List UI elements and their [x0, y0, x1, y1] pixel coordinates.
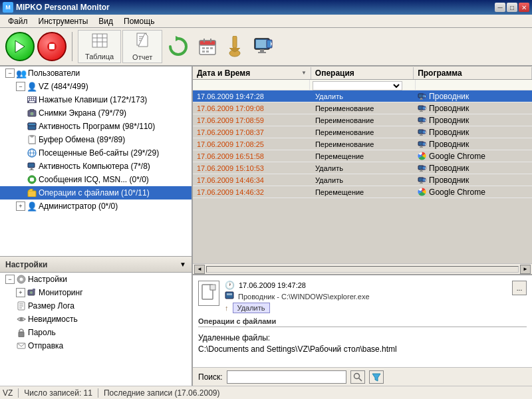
svg-rect-21	[202, 51, 205, 53]
settings-node-send[interactable]: Отправка	[0, 339, 192, 352]
svg-point-58	[20, 278, 23, 281]
maximize-button[interactable]: □	[507, 3, 517, 12]
detail-expand-button[interactable]: ...	[512, 281, 527, 295]
tree-node-fileops[interactable]: Операции с файлами (10*/11)	[0, 186, 192, 200]
table-row[interactable]: 17.06.2009 17:08:25ПереименованиеПроводн…	[193, 138, 532, 150]
tab-report[interactable]: Отчет	[122, 30, 162, 63]
settings-panel: Настройки ▼ − Настройки +	[0, 256, 192, 386]
tree-node-clipboard[interactable]: Буфер Обмена (89*/89)	[0, 133, 192, 146]
tab-table[interactable]: Таблица	[78, 30, 121, 63]
tree-node-users[interactable]: − 👥 Пользователи	[0, 66, 192, 80]
svg-rect-38	[32, 99, 33, 100]
svg-rect-33	[30, 97, 31, 98]
tree-node-programs[interactable]: Активность Программ (98*/110)	[0, 120, 192, 133]
password-label: Пароль	[28, 328, 56, 337]
close-button[interactable]: ✕	[519, 3, 529, 12]
monitor-button[interactable]	[250, 32, 277, 61]
svg-rect-85	[420, 134, 422, 135]
table-row[interactable]: 17.06.2009 17:08:37ПереименованиеПроводн…	[193, 126, 532, 138]
status-count: Число записей: 11	[24, 388, 92, 398]
settings-collapse-arrow[interactable]: ▼	[180, 261, 186, 268]
th-program[interactable]: Программа	[414, 67, 532, 79]
clipboard-label: Буфер Обмена (89*/89)	[39, 135, 125, 144]
tree-node-vz[interactable]: − 👤 VZ (484*/499)	[0, 80, 192, 93]
minimize-button[interactable]: ─	[495, 3, 505, 12]
settings-node-root[interactable]: − Настройки	[0, 273, 192, 286]
svg-rect-20	[210, 47, 213, 49]
svg-rect-112	[227, 293, 232, 295]
websites-label: Посещенные Веб-сайты (29*/29)	[39, 148, 159, 158]
expand-monitoring[interactable]: +	[16, 288, 25, 297]
svg-rect-34	[32, 97, 33, 98]
operation-filter[interactable]	[313, 81, 402, 90]
clean-button[interactable]	[222, 32, 249, 61]
logsize-icon	[16, 301, 27, 311]
table-row[interactable]: 17.06.2009 17:08:59ПереименованиеПроводн…	[193, 114, 532, 126]
svg-rect-56	[28, 191, 36, 197]
search-go-button[interactable]	[350, 370, 365, 384]
scroll-track-h[interactable]	[206, 266, 519, 273]
table-area: Дата и Время ▼ Операция Программа	[193, 66, 532, 274]
svg-point-42	[31, 112, 34, 116]
menu-view[interactable]: Вид	[93, 15, 118, 27]
search-input[interactable]	[227, 370, 346, 384]
explorer-icon	[418, 164, 427, 173]
settings-node-logsize[interactable]: Размер Лога	[0, 299, 192, 313]
svg-rect-90	[420, 146, 422, 147]
table-row[interactable]: 17.06.2009 19:47:28УдалитьПроводник	[193, 90, 532, 102]
settings-title: Настройки	[5, 260, 47, 269]
settings-node-password[interactable]: Пароль	[0, 326, 192, 339]
svg-line-114	[358, 378, 362, 381]
tree-node-screenshots[interactable]: Снимки Экрана (79*/79)	[0, 106, 192, 120]
svg-rect-75	[420, 110, 422, 111]
calendar-button[interactable]	[194, 32, 221, 61]
svg-point-113	[354, 373, 359, 378]
scroll-left-arrow[interactable]: ◄	[194, 265, 205, 274]
svg-rect-61	[33, 289, 35, 291]
th-operation[interactable]: Операция	[311, 67, 414, 79]
svg-point-66	[20, 318, 23, 321]
expand-admin[interactable]: +	[16, 201, 25, 211]
settings-header[interactable]: Настройки ▼	[0, 257, 192, 273]
tree-node-keyboard[interactable]: Нажатые Клавиши (172*/173)	[0, 93, 192, 106]
search-filter-button[interactable]	[369, 370, 384, 384]
detail-action-icon: ↑	[225, 304, 229, 312]
explorer-icon	[418, 104, 427, 113]
table-row[interactable]: 17.06.2009 14:46:32ПеремещениеGoogle Chr…	[193, 186, 532, 198]
expand-vz[interactable]: −	[16, 82, 25, 91]
refresh-button[interactable]	[164, 32, 193, 61]
expand-settings[interactable]: −	[5, 275, 15, 284]
menu-file[interactable]: Файл	[3, 15, 33, 27]
svg-rect-18	[202, 47, 205, 49]
table-row[interactable]: 17.06.2009 16:51:58ПеремещениеGoogle Chr…	[193, 150, 532, 162]
table-row[interactable]: 17.06.2009 14:46:34УдалитьПроводник	[193, 174, 532, 186]
menu-help[interactable]: Помощь	[118, 15, 160, 27]
icq-icon	[27, 174, 37, 185]
send-icon	[16, 340, 27, 351]
expand-users[interactable]: −	[5, 68, 15, 78]
settings-root-label: Настройки	[28, 275, 67, 284]
explorer-icon	[418, 140, 427, 149]
table-header: Дата и Время ▼ Операция Программа	[193, 66, 532, 80]
websites-icon	[27, 148, 37, 158]
keyboard-label: Нажатые Клавиши (172*/173)	[39, 95, 147, 104]
svg-rect-103	[420, 183, 423, 184]
menu-tools[interactable]: Инструменты	[33, 15, 94, 27]
tree-node-websites[interactable]: Посещенные Веб-сайты (29*/29)	[0, 146, 192, 160]
tree-node-computer[interactable]: Активность Компьютера (7*/8)	[0, 160, 192, 173]
horizontal-scrollbar[interactable]: ◄ ►	[193, 263, 532, 274]
stop-button[interactable]	[37, 32, 66, 61]
play-button[interactable]	[5, 32, 35, 61]
svg-rect-37	[30, 99, 31, 100]
svg-rect-76	[420, 111, 423, 112]
th-datetime[interactable]: Дата и Время ▼	[193, 67, 311, 79]
table-row[interactable]: 17.06.2009 15:10:53УдалитьПроводник	[193, 162, 532, 174]
svg-rect-52	[28, 163, 35, 168]
table-row[interactable]: 17.06.2009 17:09:08ПереименованиеПроводн…	[193, 102, 532, 114]
scroll-right-arrow[interactable]: ►	[520, 265, 531, 274]
tree-node-admin[interactable]: + 👤 Администратор (0*/0)	[0, 200, 192, 213]
settings-node-monitoring[interactable]: + Мониторинг	[0, 286, 192, 299]
svg-rect-45	[28, 123, 36, 126]
settings-node-stealth[interactable]: Невидимость	[0, 313, 192, 326]
tree-node-icq[interactable]: Сообщения ICQ, MSN... (0*/0)	[0, 173, 192, 186]
